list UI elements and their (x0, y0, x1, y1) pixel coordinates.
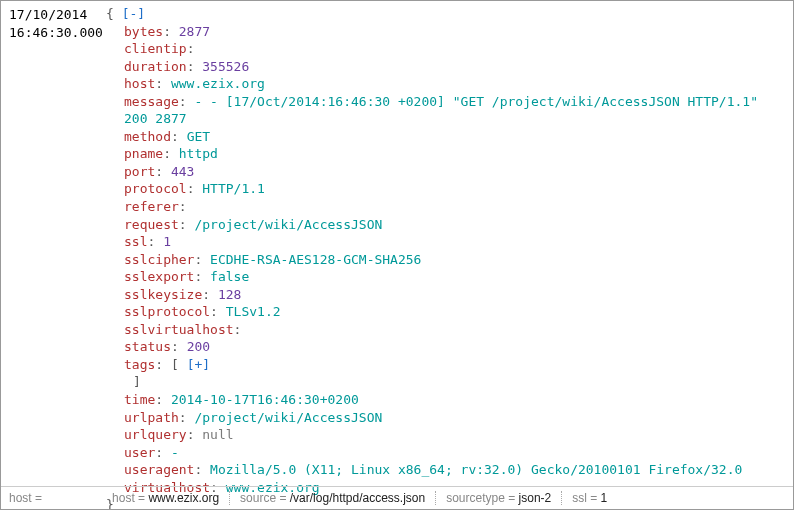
field-key-sslkeysize[interactable]: sslkeysize (124, 287, 202, 302)
field-val-request[interactable]: /project/wiki/AccessJSON (194, 217, 382, 232)
separator-icon (229, 491, 230, 505)
tags-expand-toggle[interactable]: [+] (187, 357, 210, 372)
field-key-user[interactable]: user (124, 445, 155, 460)
separator-icon (435, 491, 436, 505)
field-key-urlquery[interactable]: urlquery (124, 427, 187, 442)
field-key-sslexport[interactable]: sslexport (124, 269, 194, 284)
event-footer: host = host = www.ezix.org source = /var… (1, 486, 793, 509)
event-date: 17/10/2014 (9, 6, 104, 24)
separator-icon (561, 491, 562, 505)
field-val-status[interactable]: 200 (187, 339, 210, 354)
event-timestamp: 17/10/2014 16:46:30.000 (9, 5, 104, 510)
field-key-urlpath[interactable]: urlpath (124, 410, 179, 425)
footer-host-empty[interactable]: host = (9, 491, 42, 505)
field-val-message[interactable]: - - [17/Oct/2014:16:46:30 +0200] "GET /p… (124, 94, 758, 127)
field-key-host[interactable]: host (124, 76, 155, 91)
field-key-protocol[interactable]: protocol (124, 181, 187, 196)
field-val-host[interactable]: www.ezix.org (171, 76, 265, 91)
field-key-sslprotocol[interactable]: sslprotocol (124, 304, 210, 319)
field-val-sslcipher[interactable]: ECDHE-RSA-AES128-GCM-SHA256 (210, 252, 421, 267)
field-val-protocol[interactable]: HTTP/1.1 (202, 181, 265, 196)
event-json: { [-] bytes: 2877 clientip: duration: 35… (104, 5, 785, 510)
field-key-tags[interactable]: tags (124, 357, 155, 372)
field-key-time[interactable]: time (124, 392, 155, 407)
field-val-ssl[interactable]: 1 (163, 234, 171, 249)
field-key-sslvirtualhost[interactable]: sslvirtualhost (124, 322, 234, 337)
footer-sourcetype[interactable]: sourcetype = json-2 (446, 491, 551, 505)
field-key-message[interactable]: message (124, 94, 179, 109)
footer-ssl[interactable]: ssl = 1 (572, 491, 607, 505)
tags-close-bracket: ] (133, 374, 141, 389)
event-time: 16:46:30.000 (9, 24, 104, 42)
field-key-sslcipher[interactable]: sslcipher (124, 252, 194, 267)
field-val-pname[interactable]: httpd (179, 146, 218, 161)
footer-host[interactable]: host = www.ezix.org (112, 491, 219, 505)
field-val-time[interactable]: 2014-10-17T16:46:30+0200 (171, 392, 359, 407)
field-val-urlpath[interactable]: /project/wiki/AccessJSON (194, 410, 382, 425)
field-key-request[interactable]: request (124, 217, 179, 232)
field-val-method[interactable]: GET (187, 129, 210, 144)
field-key-clientip[interactable]: clientip (124, 41, 187, 56)
field-val-useragent[interactable]: Mozilla/5.0 (X11; Linux x86_64; rv:32.0)… (210, 462, 742, 477)
brace-open: { (106, 6, 122, 21)
field-key-useragent[interactable]: useragent (124, 462, 194, 477)
field-key-duration[interactable]: duration (124, 59, 187, 74)
field-val-sslkeysize[interactable]: 128 (218, 287, 241, 302)
field-val-duration[interactable]: 355526 (202, 59, 249, 74)
collapse-toggle[interactable]: [-] (122, 6, 145, 21)
field-key-bytes[interactable]: bytes (124, 24, 163, 39)
field-key-ssl[interactable]: ssl (124, 234, 147, 249)
field-val-user[interactable]: - (171, 445, 179, 460)
field-key-status[interactable]: status (124, 339, 171, 354)
footer-source[interactable]: source = /var/log/httpd/access.json (240, 491, 425, 505)
field-val-sslexport[interactable]: false (210, 269, 249, 284)
field-key-referer[interactable]: referer (124, 199, 179, 214)
field-val-urlquery[interactable]: null (202, 427, 233, 442)
field-val-port[interactable]: 443 (171, 164, 194, 179)
field-key-port[interactable]: port (124, 164, 155, 179)
field-val-sslprotocol[interactable]: TLSv1.2 (226, 304, 281, 319)
field-key-pname[interactable]: pname (124, 146, 163, 161)
field-key-method[interactable]: method (124, 129, 171, 144)
field-val-bytes[interactable]: 2877 (179, 24, 210, 39)
